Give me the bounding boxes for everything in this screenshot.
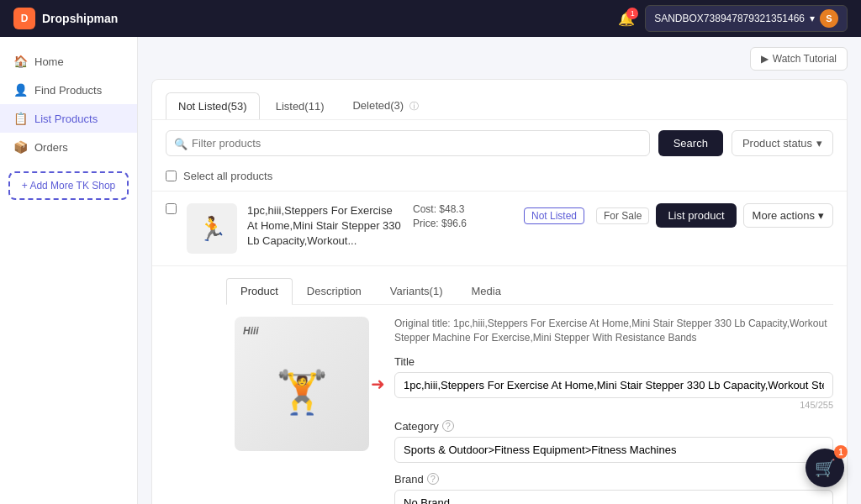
sidebar: 🏠 Home 👤 Find Products 📋 List Products 📦…	[0, 37, 138, 504]
avatar: S	[820, 9, 838, 28]
cart-button[interactable]: 🛒 1	[806, 449, 844, 487]
tab-not-listed[interactable]: Not Listed(53)	[166, 92, 260, 119]
notification-badge: 1	[626, 8, 638, 19]
original-title-area: Original title: 1pc,hiii,Steppers For Ex…	[394, 317, 833, 345]
brand-form-group: Brand ?	[394, 473, 833, 504]
tab-deleted[interactable]: Deleted(3) ⓘ	[340, 92, 430, 119]
product-price-display-1: Price: $96.6	[413, 218, 514, 229]
for-sale-badge-1: For Sale	[596, 207, 649, 224]
product-row-1: 🏃 1pc,hiii,Steppers For Exercise At Home…	[152, 191, 847, 504]
app-logo: D Dropshipman	[13, 8, 118, 29]
detail-tab-label: Description	[307, 285, 362, 297]
detail-tab-product[interactable]: Product	[226, 278, 293, 305]
search-input[interactable]	[166, 130, 650, 156]
tab-label: Not Listed(53)	[178, 100, 247, 113]
detail-tab-description[interactable]: Description	[293, 278, 376, 304]
sidebar-item-list-products[interactable]: 📋 List Products	[0, 104, 137, 133]
category-label: Category ?	[394, 420, 833, 433]
product-image-1: 🏃	[187, 203, 237, 254]
not-listed-badge-1: Not Listed	[524, 207, 584, 224]
chevron-down-icon: ▾	[818, 209, 824, 222]
sidebar-item-home[interactable]: 🏠 Home	[0, 47, 137, 76]
red-arrow-icon: ➜	[371, 374, 385, 394]
tab-listed[interactable]: Listed(11)	[263, 92, 337, 119]
category-input[interactable]	[394, 437, 833, 463]
product-detail-1: Product Description Variants(1) Media	[152, 265, 847, 504]
detail-tab-label: Product	[240, 285, 278, 297]
list-product-button-1[interactable]: List product	[656, 203, 736, 228]
title-label: Title	[394, 355, 833, 368]
search-icon: 🔍	[174, 137, 188, 150]
find-products-icon: 👤	[13, 83, 28, 97]
product-info-1: 1pc,hiii,Steppers For Exercise At Home,M…	[247, 203, 403, 249]
detail-tab-label: Variants(1)	[390, 285, 443, 297]
brand-label: Brand ?	[394, 473, 833, 486]
brand-watermark: Hiii	[243, 325, 259, 337]
notification-button[interactable]: 🔔 1	[618, 11, 635, 27]
detail-tab-label: Media	[471, 285, 500, 297]
detail-tabs: Product Description Variants(1) Media	[226, 278, 833, 305]
tabs-row: Not Listed(53) Listed(11) Deleted(3) ⓘ	[152, 80, 847, 120]
main-layout: 🏠 Home 👤 Find Products 📋 List Products 📦…	[0, 37, 861, 504]
product-cost-1: Cost: $48.3	[413, 203, 514, 215]
search-input-wrap: 🔍	[166, 130, 650, 156]
product-row-header-1: 🏃 1pc,hiii,Steppers For Exercise At Home…	[152, 191, 847, 265]
title-form-group: Title ➜ 145/255	[394, 355, 833, 410]
cart-icon: 🛒	[815, 458, 836, 478]
app-name: Dropshipman	[42, 12, 118, 25]
title-input-wrap: ➜	[394, 372, 833, 398]
category-form-group: Category ?	[394, 420, 833, 463]
detail-form: Original title: 1pc,hiii,Steppers For Ex…	[394, 317, 833, 504]
detail-product-image: Hiii 🏋️	[235, 317, 369, 451]
select-all-row: Select all products	[152, 166, 847, 191]
list-products-icon: 📋	[13, 112, 28, 125]
help-icon: ⓘ	[409, 101, 419, 111]
sidebar-item-label: Find Products	[34, 84, 102, 97]
detail-tab-media[interactable]: Media	[457, 278, 515, 304]
account-button[interactable]: SANDBOX738947879321351466 ▾ S	[645, 5, 848, 32]
logo-icon: D	[13, 8, 35, 29]
tab-label: Deleted(3)	[352, 99, 404, 112]
original-title-value: 1pc,hiii,Steppers For Exercise At Home,M…	[394, 318, 827, 344]
cart-badge: 1	[834, 445, 848, 459]
sidebar-item-orders[interactable]: 📦 Orders	[0, 133, 137, 161]
watch-tutorial-button[interactable]: ▶ Watch Tutorial	[750, 47, 848, 71]
category-help-icon: ?	[442, 420, 454, 432]
title-input[interactable]	[394, 372, 833, 398]
chevron-down-icon: ▾	[810, 13, 815, 24]
product-title-1: 1pc,hiii,Steppers For Exercise At Home,M…	[247, 203, 403, 249]
brand-help-icon: ?	[427, 473, 439, 485]
select-all-checkbox[interactable]	[166, 171, 177, 181]
add-shop-button[interactable]: + Add More TK Shop	[8, 171, 129, 200]
original-title-label: Original title:	[394, 318, 451, 329]
main-content: ▶ Watch Tutorial Not Listed(53) Listed(1…	[138, 37, 861, 504]
sidebar-item-label: Home	[34, 55, 64, 68]
detail-image-area: Hiii 🏋️	[226, 317, 378, 504]
watch-tutorial-label: Watch Tutorial	[773, 53, 837, 65]
more-actions-button-1[interactable]: More actions ▾	[743, 203, 833, 228]
account-label: SANDBOX738947879321351466	[654, 13, 805, 24]
sidebar-item-label: Orders	[34, 141, 68, 154]
topnav-right: 🔔 1 SANDBOX738947879321351466 ▾ S	[618, 5, 848, 32]
product-checkbox-1[interactable]	[166, 203, 177, 214]
brand-input[interactable]	[394, 490, 833, 504]
sidebar-item-label: List Products	[34, 113, 98, 125]
detail-content: Hiii 🏋️ Original title: 1pc,hiii,Stepper…	[226, 317, 833, 504]
product-status-label: Product status	[742, 137, 812, 150]
search-button[interactable]: Search	[658, 130, 723, 156]
detail-tab-variants[interactable]: Variants(1)	[376, 278, 457, 304]
tab-label: Listed(11)	[276, 100, 325, 113]
char-count: 145/255	[394, 400, 833, 410]
chevron-down-icon: ▾	[816, 137, 822, 150]
watch-tutorial-row: ▶ Watch Tutorial	[151, 47, 848, 71]
orders-icon: 📦	[13, 140, 28, 154]
home-icon: 🏠	[13, 55, 28, 68]
product-status-button[interactable]: Product status ▾	[732, 130, 833, 156]
products-card: Not Listed(53) Listed(11) Deleted(3) ⓘ 🔍…	[151, 79, 848, 504]
product-actions-1: Not Listed For Sale List product More ac…	[524, 203, 833, 228]
top-navigation: D Dropshipman 🔔 1 SANDBOX738947879321351…	[0, 0, 861, 37]
sidebar-item-find-products[interactable]: 👤 Find Products	[0, 76, 137, 104]
product-price-1: Cost: $48.3 Price: $96.6	[413, 203, 514, 232]
select-all-label[interactable]: Select all products	[183, 170, 272, 182]
more-actions-label: More actions	[753, 209, 815, 222]
